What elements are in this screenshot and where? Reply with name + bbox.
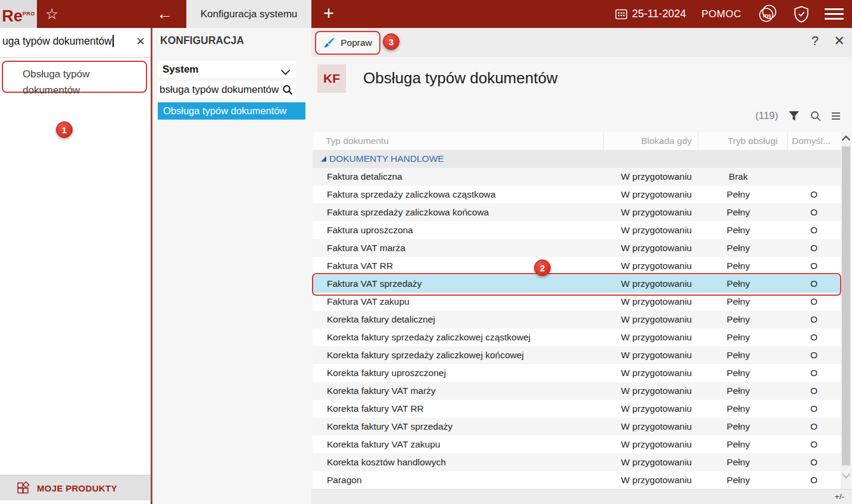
table-row[interactable]: Korekta faktury sprzedaży zaliczkowej cz…: [313, 328, 841, 346]
category-select-value: System: [163, 64, 198, 75]
cell-tryb: Pełny: [698, 346, 787, 364]
table-row[interactable]: Faktura VAT RRW przygotowaniuPełnyO: [313, 257, 841, 275]
scroll-up-icon[interactable]: [842, 136, 850, 144]
cell-blokada: W przygotowaniu: [603, 204, 698, 221]
cell-typ: Faktura sprzedaży zaliczkowa cząstkowa: [313, 186, 603, 204]
main-menu-icon[interactable]: [825, 5, 844, 23]
help-icon[interactable]: ?: [812, 33, 819, 49]
cell-typ: Faktura sprzedaży zaliczkowa końcowa: [313, 204, 603, 221]
cell-domyslny: O: [787, 382, 841, 400]
cell-typ: Korekta faktury VAT sprzedaży: [313, 418, 603, 436]
app-window: RePRO ☆ ← Konfiguracja systemu + 25-11-2…: [0, 0, 852, 504]
my-products-button[interactable]: MOJE PRODUKTY: [0, 475, 151, 500]
table-row[interactable]: Faktura VAT zakupuW przygotowaniuPełnyO: [313, 293, 841, 311]
search-result-label: Obsługa typów dokumentów: [23, 66, 89, 98]
global-search-input[interactable]: uga typów dokumentów ✕: [0, 28, 151, 58]
help-menu[interactable]: POMOC: [701, 8, 741, 20]
cell-typ: Korekta faktury VAT marży: [313, 382, 603, 400]
page-title: Obsługa typów dokumentów: [363, 69, 558, 87]
close-icon[interactable]: ✕: [834, 33, 845, 49]
search-icon: [282, 84, 294, 96]
kf-module-badge: KF: [317, 64, 346, 93]
cell-domyslny: O: [787, 436, 841, 453]
table-row[interactable]: Korekta faktury uproszczonejW przygotowa…: [313, 364, 841, 382]
table-row[interactable]: Faktura sprzedaży zaliczkowa końcowaW pr…: [313, 204, 841, 221]
table-row[interactable]: Korekta faktury sprzedaży zaliczkowej ko…: [313, 346, 841, 364]
date-widget[interactable]: 25-11-2024: [615, 8, 686, 20]
cell-domyslny: O: [787, 186, 841, 204]
table-body: Faktura detalicznaW przygotowaniuBrakFak…: [313, 168, 841, 489]
app-logo[interactable]: RePRO: [0, 0, 37, 28]
vertical-scrollbar[interactable]: [841, 132, 851, 489]
table-row[interactable]: Faktura VAT marżaW przygotowaniuPełnyO: [313, 239, 841, 257]
group-row-dokumenty-handlowe[interactable]: DOKUMENTY HANDLOWE: [313, 150, 841, 168]
config-selected-item[interactable]: Obsługa typów dokumentów: [158, 102, 305, 120]
cell-typ: Faktura VAT RR: [313, 257, 603, 275]
scroll-down-icon[interactable]: [842, 470, 850, 478]
config-search-input[interactable]: bsługa typów dokumentów: [158, 81, 296, 98]
cell-tryb: Pełny: [698, 382, 787, 400]
annotation-step-1: 1: [56, 121, 73, 138]
new-tab-icon[interactable]: +: [323, 2, 334, 26]
annotation-step-3: 3: [383, 33, 400, 50]
cell-typ: Faktura VAT marża: [313, 239, 603, 257]
cell-domyslny: O: [787, 239, 841, 257]
konfiguracja-heading: KONFIGURACJA: [160, 35, 244, 47]
my-products-label: MOJE PRODUKTY: [37, 483, 117, 493]
cell-domyslny: O: [787, 275, 841, 293]
scrollbar-thumb[interactable]: [842, 146, 850, 465]
cell-blokada: W przygotowaniu: [603, 471, 698, 489]
cell-typ: Korekta faktury sprzedaży zaliczkowej cz…: [313, 328, 603, 346]
table-row[interactable]: Korekta faktury VAT zakupuW przygotowani…: [313, 436, 841, 453]
topbar-right-group: 25-11-2024 POMOC Ins: [615, 0, 844, 28]
shield-check-icon[interactable]: [794, 6, 809, 23]
plus-minus-control[interactable]: +/-: [835, 492, 844, 501]
clear-search-icon[interactable]: ✕: [136, 35, 145, 48]
cell-blokada: W przygotowaniu: [603, 275, 698, 293]
cell-tryb: Pełny: [698, 418, 787, 436]
status-bar: +/-: [311, 489, 852, 504]
table-row[interactable]: Korekta faktury VAT RRW przygotowaniuPeł…: [313, 400, 841, 418]
table-row[interactable]: Korekta faktury VAT sprzedażyW przygotow…: [313, 418, 841, 436]
column-header-typ-dokumentu[interactable]: Typ dokumentu: [313, 132, 603, 150]
cell-tryb: Pełny: [698, 204, 787, 221]
table-row[interactable]: Korekta kosztów handlowychW przygotowani…: [313, 453, 841, 471]
table-row[interactable]: Korekta faktury detalicznejW przygotowan…: [313, 311, 841, 328]
cell-tryb: Pełny: [698, 471, 787, 489]
filter-icon[interactable]: [788, 111, 800, 121]
cell-tryb: Pełny: [698, 453, 787, 471]
search-result-item[interactable]: Obsługa typów dokumentów: [2, 61, 147, 93]
ins-badge-icon[interactable]: Ins: [757, 4, 778, 24]
cell-tryb: Pełny: [698, 436, 787, 453]
cell-blokada: W przygotowaniu: [603, 346, 698, 364]
cell-blokada: W przygotowaniu: [603, 328, 698, 346]
back-arrow-icon[interactable]: ←: [157, 4, 173, 24]
cell-blokada: W przygotowaniu: [603, 418, 698, 436]
column-header-tryb-obslugi[interactable]: Tryb obsługi: [698, 132, 787, 150]
search-list-icon[interactable]: [810, 110, 822, 122]
category-select[interactable]: System: [158, 61, 296, 78]
column-header-domyslny[interactable]: Domyśl...: [787, 132, 841, 150]
table-row[interactable]: Faktura detalicznaW przygotowaniuBrak: [313, 168, 841, 186]
column-header-blokada-gdy[interactable]: Blokada gdy: [603, 132, 698, 150]
cell-typ: Faktura uproszczona: [313, 221, 603, 239]
popraw-label: Popraw: [341, 37, 372, 48]
favorites-star-icon[interactable]: ☆: [45, 5, 58, 23]
cell-domyslny: [787, 168, 841, 186]
popraw-button[interactable]: Popraw: [315, 31, 380, 55]
table-row[interactable]: ParagonW przygotowaniuPełnyO: [313, 471, 841, 489]
cell-domyslny: O: [787, 293, 841, 311]
cell-domyslny: O: [787, 346, 841, 364]
cell-blokada: W przygotowaniu: [603, 400, 698, 418]
cell-blokada: W przygotowaniu: [603, 293, 698, 311]
tab-konfiguracja-systemu[interactable]: Konfiguracja systemu: [186, 0, 311, 28]
cell-blokada: W przygotowaniu: [603, 436, 698, 453]
table-row[interactable]: Faktura sprzedaży zaliczkowa cząstkowaW …: [313, 186, 841, 204]
list-tools: (119): [756, 110, 840, 122]
annotation-step-2: 2: [534, 259, 551, 276]
table-row[interactable]: Korekta faktury VAT marżyW przygotowaniu…: [313, 382, 841, 400]
table-row[interactable]: Faktura uproszczonaW przygotowaniuPełnyO: [313, 221, 841, 239]
cell-domyslny: O: [787, 311, 841, 328]
table-row[interactable]: Faktura VAT sprzedażyW przygotowaniuPełn…: [313, 275, 841, 293]
list-menu-icon[interactable]: [832, 111, 840, 121]
